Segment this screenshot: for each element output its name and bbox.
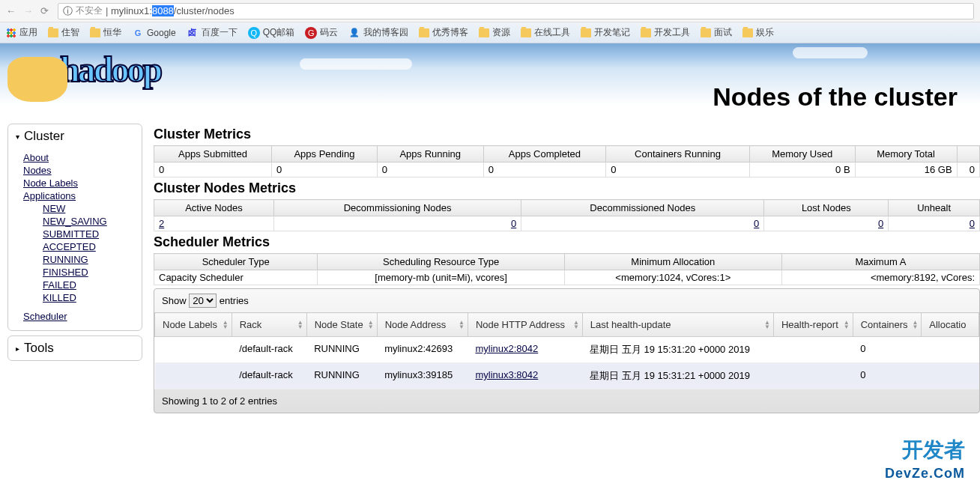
node-http-link[interactable]: mylinux3:8042 bbox=[475, 369, 538, 380]
forward-button[interactable]: → bbox=[23, 5, 33, 16]
folder-icon bbox=[521, 28, 531, 37]
sidebar-link-nodes[interactable]: Nodes bbox=[23, 164, 142, 177]
gitee-icon: G bbox=[305, 27, 317, 39]
sidebar-app-state[interactable]: FAILED bbox=[43, 279, 142, 291]
sidebar-app-state[interactable]: ACCEPTED bbox=[43, 240, 142, 253]
apps-menu[interactable]: 应用 bbox=[6, 26, 37, 39]
table-row: 2 0 0 0 0 bbox=[154, 216, 980, 231]
bookmark-item[interactable]: G码云 bbox=[305, 26, 338, 39]
scheduler-metrics-table: Scheduler Type Scheduling Resource Type … bbox=[154, 253, 980, 285]
sort-icon: ▲▼ bbox=[368, 321, 374, 329]
folder-icon bbox=[479, 28, 489, 37]
col-header: Decommissioning Nodes bbox=[274, 200, 521, 216]
folder-icon bbox=[641, 28, 651, 37]
entries-label: entries bbox=[220, 295, 249, 306]
sidebar-tools-header[interactable]: ▸Tools bbox=[8, 336, 142, 360]
col-node-state[interactable]: Node State▲▼ bbox=[306, 313, 377, 337]
unhealthy-link[interactable]: 0 bbox=[970, 218, 975, 229]
col-node-labels[interactable]: Node Labels▲▼ bbox=[155, 313, 232, 337]
bookmark-item[interactable]: 开发工具 bbox=[641, 26, 690, 39]
sidebar-app-state[interactable]: KILLED bbox=[43, 291, 142, 304]
url-bar[interactable]: ⓘ 不安全 | mylinux1:8088/cluster/nodes bbox=[58, 3, 974, 19]
sort-icon: ▲▼ bbox=[764, 321, 770, 329]
bookmark-item[interactable]: QQQ邮箱 bbox=[248, 26, 295, 39]
sidebar-link-about[interactable]: About bbox=[23, 151, 142, 164]
sort-icon: ▲▼ bbox=[297, 321, 303, 329]
col-header: Apps Completed bbox=[483, 146, 606, 163]
col-health-report[interactable]: Health-report▲▼ bbox=[773, 313, 853, 337]
chevron-right-icon: ▸ bbox=[16, 344, 19, 353]
baidu-icon: 卤 bbox=[187, 27, 199, 39]
info-icon[interactable]: ⓘ bbox=[63, 4, 73, 18]
scheduler-metrics-title: Scheduler Metrics bbox=[154, 234, 980, 250]
table-row: Capacity Scheduler [memory-mb (unit=Mi),… bbox=[154, 270, 980, 285]
sidebar-app-state[interactable]: SUBMITTED bbox=[43, 228, 142, 240]
sidebar-cluster-header[interactable]: ▾Cluster bbox=[8, 124, 142, 148]
col-header: Minimum Allocation bbox=[564, 254, 781, 270]
col-allocation[interactable]: Allocatio bbox=[922, 313, 979, 337]
col-header: Lost Nodes bbox=[764, 200, 889, 216]
bookmark-item[interactable]: 娱乐 bbox=[742, 26, 774, 39]
datatable-toolbar: Show 20 entries bbox=[154, 289, 979, 312]
bookmark-item[interactable]: 资源 bbox=[479, 26, 510, 39]
folder-icon bbox=[701, 28, 711, 37]
col-header: Apps Submitted bbox=[154, 146, 272, 163]
decommissioned-link[interactable]: 0 bbox=[754, 218, 759, 229]
sidebar-link-scheduler[interactable]: Scheduler bbox=[23, 310, 142, 323]
table-row: 0 0 0 0 0 0 B 16 GB 0 bbox=[154, 163, 980, 177]
decommissioning-link[interactable]: 0 bbox=[511, 218, 516, 229]
table-row: /default-rack RUNNING mylinux2:42693 myl… bbox=[155, 337, 979, 363]
col-header: Scheduling Resource Type bbox=[318, 254, 564, 270]
bookmarks-bar: 应用 住智 恒华 GGoogle 卤百度一下 QQQ邮箱 G码云 👤我的博客园 … bbox=[0, 22, 980, 43]
col-http-address[interactable]: Node HTTP Address▲▼ bbox=[468, 313, 582, 337]
bookmark-item[interactable]: 优秀博客 bbox=[419, 26, 468, 39]
page-size-select[interactable]: 20 bbox=[189, 294, 217, 308]
sidebar-link-node-labels[interactable]: Node Labels bbox=[23, 177, 142, 189]
folder-icon bbox=[90, 28, 100, 37]
sidebar-app-state[interactable]: FINISHED bbox=[43, 266, 142, 279]
bookmark-item[interactable]: 开发笔记 bbox=[581, 26, 630, 39]
qq-icon: Q bbox=[248, 27, 260, 39]
bookmark-item[interactable]: 面试 bbox=[701, 26, 732, 39]
folder-icon bbox=[419, 28, 429, 37]
col-containers[interactable]: Containers▲▼ bbox=[853, 313, 922, 337]
bookmark-item[interactable]: 👤我的博客园 bbox=[348, 26, 408, 39]
bookmark-item[interactable]: GGoogle bbox=[132, 27, 176, 39]
datatable-footer: Showing 1 to 2 of 2 entries bbox=[154, 389, 979, 413]
apps-icon bbox=[6, 28, 16, 38]
sidebar-app-state[interactable]: NEW_SAVING bbox=[43, 215, 142, 228]
sidebar: ▾Cluster About Nodes Node Labels Applica… bbox=[0, 124, 142, 413]
lost-nodes-link[interactable]: 0 bbox=[878, 218, 883, 229]
sidebar-app-state[interactable]: NEW bbox=[43, 202, 142, 215]
reload-button[interactable]: ⟳ bbox=[40, 5, 49, 16]
sort-icon: ▲▼ bbox=[844, 321, 850, 329]
bookmark-item[interactable]: 恒华 bbox=[90, 26, 121, 39]
sort-icon: ▲▼ bbox=[223, 321, 229, 329]
col-health-update[interactable]: Last health-update▲▼ bbox=[582, 313, 773, 337]
col-rack[interactable]: Rack▲▼ bbox=[232, 313, 306, 337]
elephant-icon bbox=[7, 57, 67, 102]
sort-icon: ▲▼ bbox=[459, 321, 465, 329]
chevron-down-icon: ▾ bbox=[16, 133, 19, 141]
col-node-address[interactable]: Node Address▲▼ bbox=[377, 313, 468, 337]
col-header: Unhealt bbox=[889, 200, 980, 216]
show-label: Show bbox=[162, 295, 187, 306]
nodes-metrics-title: Cluster Nodes Metrics bbox=[154, 180, 980, 196]
url-highlight: 8088 bbox=[152, 5, 174, 16]
sidebar-link-applications[interactable]: Applications bbox=[23, 189, 142, 202]
col-header: Containers Running bbox=[606, 146, 750, 163]
bookmark-item[interactable]: 住智 bbox=[48, 26, 79, 39]
url-prefix: mylinux1: bbox=[111, 5, 152, 16]
bookmark-item[interactable]: 在线工具 bbox=[521, 26, 570, 39]
active-nodes-link[interactable]: 2 bbox=[159, 218, 164, 229]
back-button[interactable]: ← bbox=[6, 5, 16, 16]
col-header: Memory Total bbox=[855, 146, 957, 163]
blog-icon: 👤 bbox=[348, 27, 360, 39]
col-header: Decommissioned Nodes bbox=[521, 200, 764, 216]
sidebar-app-state[interactable]: RUNNING bbox=[43, 253, 142, 266]
google-icon: G bbox=[132, 27, 144, 39]
bookmark-item[interactable]: 卤百度一下 bbox=[187, 26, 238, 39]
col-header: Active Nodes bbox=[154, 200, 274, 216]
sidebar-tools-section: ▸Tools bbox=[7, 335, 142, 361]
node-http-link[interactable]: mylinux2:8042 bbox=[475, 343, 538, 354]
